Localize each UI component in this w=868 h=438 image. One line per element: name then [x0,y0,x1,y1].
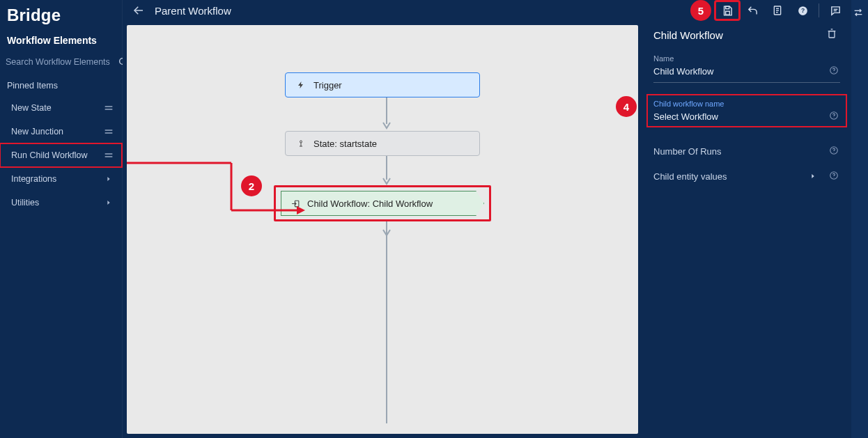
drag-handle-icon[interactable] [102,149,115,162]
svg-point-35 [834,72,835,72]
sidebar-item-run-child-workflow[interactable]: Run Child Workflow [0,143,122,167]
sidebar-item-new-state[interactable]: New State [0,96,122,120]
sidebar-item-new-junction[interactable]: New Junction [0,120,122,143]
node-label: Child Workflow: Child Workflow [307,198,433,209]
sidebar-item-label: Utilities [11,198,39,208]
workflow-canvas[interactable]: Trigger State: startstate [127,25,638,434]
chevron-right-icon [809,173,816,180]
chevron-right-icon [102,173,115,185]
pinned-items-heading: Pinned Items [0,75,122,96]
connector [382,97,383,131]
right-toolbar: 5 ? [642,0,851,21]
app-brand: Bridge [0,0,122,28]
notes-button[interactable] [766,1,789,19]
svg-text:?: ? [800,7,804,14]
annotation-badge-5: 5 [690,0,711,21]
bolt-icon [295,79,307,91]
svg-point-39 [834,152,835,152]
main-column: Parent Workflow Trigger [123,0,642,438]
delete-button[interactable] [826,28,840,42]
field-child-entity-values[interactable]: Child entity values [653,164,840,189]
drag-handle-icon[interactable] [102,102,115,114]
right-rail [851,0,868,438]
sidebar-item-label: New State [11,103,52,113]
svg-point-41 [834,177,835,178]
connector [382,221,383,430]
help-icon[interactable] [829,65,840,77]
help-icon[interactable] [829,146,840,157]
field-label: Name [653,54,840,63]
help-icon[interactable] [829,171,840,182]
svg-rect-21 [725,6,729,9]
left-sidebar: Bridge Workflow Elements Pinned Items Ne… [0,0,123,438]
field-child-workflow-name: Child workflow name Select Workflow [648,95,846,126]
search-input[interactable] [6,54,115,70]
sidebar-item-label: Run Child Workflow [11,150,88,160]
node-child-workflow-highlight: Child Workflow: Child Workflow [274,185,491,221]
svg-point-37 [834,117,835,118]
toolbar-divider [819,3,819,17]
help-icon[interactable] [829,111,840,122]
field-label: Child entity values [653,171,727,182]
node-child-workflow[interactable]: Child Workflow: Child Workflow [281,191,484,216]
connector [382,156,383,187]
child-workflow-select[interactable]: Select Workflow [653,111,823,122]
field-name: Name [653,54,840,83]
comments-button[interactable] [823,1,847,19]
right-panel-title: Child Workflow [653,29,723,41]
top-bar: Parent Workflow [123,0,642,21]
sidebar-item-label: New Junction [11,127,63,136]
chevron-right-icon [102,196,115,209]
node-trigger[interactable]: Trigger [285,72,480,97]
enter-icon [291,199,300,208]
undo-button[interactable] [741,1,764,19]
svg-rect-31 [829,31,835,38]
swap-panel-icon[interactable] [853,7,867,21]
state-icon [295,138,307,149]
field-number-of-runs[interactable]: Number Of Runs [653,139,840,164]
node-label: Trigger [313,80,342,91]
drag-handle-icon[interactable] [102,125,115,138]
sidebar-search[interactable] [0,52,122,75]
field-label: Child workflow name [653,100,840,108]
node-state[interactable]: State: startstate [285,131,480,156]
svg-rect-22 [725,11,729,15]
sidebar-heading: Workflow Elements [0,28,122,52]
annotation-badge-2: 2 [241,175,262,196]
save-button[interactable] [715,1,739,19]
right-panel: 5 ? 4 Child Workflow [642,0,851,438]
help-button[interactable]: ? [791,1,814,19]
workflow-title: Parent Workflow [155,5,231,17]
back-button[interactable] [131,3,146,18]
field-label: Number Of Runs [653,146,722,157]
name-input[interactable] [653,66,823,77]
node-label: State: startstate [313,139,377,149]
sidebar-item-label: Integrations [11,174,56,184]
sidebar-group-utilities[interactable]: Utilities [0,191,122,214]
sidebar-group-integrations[interactable]: Integrations [0,167,122,191]
svg-point-10 [300,141,302,143]
